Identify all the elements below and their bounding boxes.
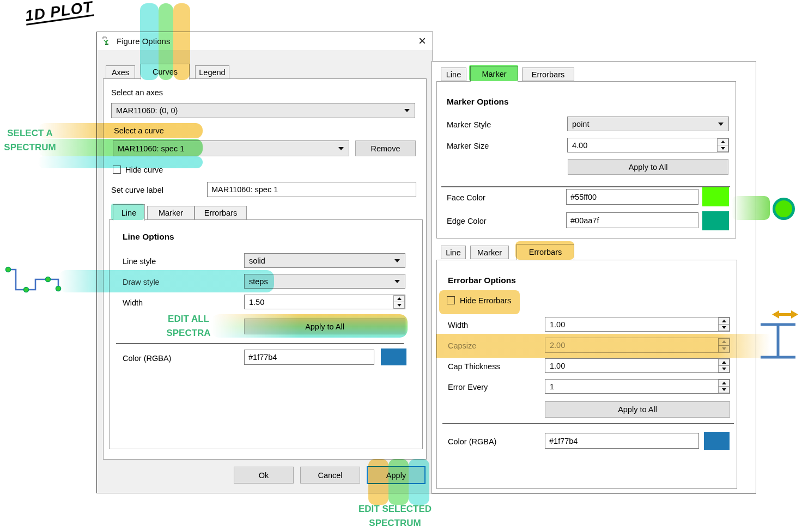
tab-legend[interactable]: Legend [195,65,229,79]
figure-options-dialog: Figure Options × Axes Curves Legend Sele… [96,32,433,493]
capsize-label: Capsize [448,341,476,350]
draw-style-dropdown[interactable]: steps [244,274,405,289]
ok-button[interactable]: Ok [234,467,294,484]
plot-type-annotation: 1D PLOT [24,0,94,25]
apply-button[interactable]: Apply [367,466,426,484]
remove-curve-button[interactable]: Remove [355,140,416,156]
line-style-dropdown[interactable]: solid [244,253,405,268]
line-style-label: Line style [123,257,156,266]
error-every-label: Error Every [448,383,488,392]
divider [441,186,730,187]
marker-style-label: Marker Style [447,120,491,129]
spin-down-icon[interactable] [718,325,730,331]
spin-down-icon[interactable] [717,145,728,152]
spin-up-icon[interactable] [718,359,730,366]
divider [442,423,734,424]
dropdown-arrow-icon [394,280,400,283]
errorbar-options-page: Errorbar Options Hide Errorbars Width 1.… [436,260,737,489]
marker-apply-to-all-button[interactable]: Apply to All [568,159,728,175]
error-every-value: 1 [550,382,554,391]
dropdown-arrow-icon [404,109,410,112]
dropdown-arrow-icon [338,147,344,150]
dialog-title: Figure Options [117,32,170,50]
spin-buttons[interactable] [717,138,728,152]
subtab-errorbars[interactable]: Errorbars [195,206,247,220]
cap-thickness-spinbox[interactable]: 1.00 [545,358,730,373]
marker-style-dropdown[interactable]: point [567,117,729,131]
marker-point-icon [771,196,797,222]
errorbar-panel-tab-line[interactable]: Line [441,246,466,259]
marker-size-spinbox[interactable]: 4.00 [567,138,729,152]
line-width-label: Width [123,298,143,307]
spin-buttons[interactable] [718,317,730,331]
edit-selected-spectrum-annotation: EDIT SELECTED SPECTRUM [351,502,439,530]
cap-thickness-label: Cap Thickness [448,362,500,371]
edge-color-swatch[interactable] [702,211,729,230]
figure-options-icon [101,35,112,46]
spin-up-icon[interactable] [718,380,730,387]
edge-color-input[interactable] [566,212,698,228]
spin-down-icon [718,346,730,353]
cancel-button[interactable]: Cancel [300,467,360,484]
marker-panel-tab-line[interactable]: Line [441,68,466,81]
hide-curve-checkbox[interactable] [113,166,121,174]
subtab-marker[interactable]: Marker [147,206,195,220]
capsize-spinbox: 2.00 [545,338,730,353]
face-color-swatch[interactable] [702,187,729,206]
screenshot-root: 1D PLOT Figure Options × Axes Curves Leg… [0,0,802,532]
marker-options-heading: Marker Options [447,97,509,107]
spin-buttons[interactable] [393,295,405,309]
face-color-input[interactable] [566,189,698,205]
axes-select-dropdown[interactable]: MAR11060: (0, 0) [111,103,415,118]
spin-up-icon [718,338,730,346]
marker-panel-tab-errorbars[interactable]: Errorbars [522,68,574,81]
errorbar-options-heading: Errorbar Options [448,276,516,285]
errorbar-width-label: Width [448,321,468,329]
edge-color-label: Edge Color [447,217,487,225]
steps-drawstyle-icon [3,264,64,297]
select-curve-label: Select a curve [114,126,164,135]
errorbar-panel-tab-marker[interactable]: Marker [470,246,509,259]
select-spectrum-annotation: SELECT A SPECTRUM [0,126,60,155]
errorbar-width-value: 1.00 [550,320,565,329]
line-apply-to-all-button[interactable]: Apply to All [244,319,405,334]
subtab-line[interactable]: Line [113,204,145,221]
line-color-input[interactable] [244,350,374,365]
errorbar-color-input[interactable] [545,433,699,449]
spin-up-icon[interactable] [717,138,728,145]
errorbar-width-spinbox[interactable]: 1.00 [545,317,730,332]
curves-tab-page: Select an axes MAR11060: (0, 0) Select a… [103,78,427,460]
error-every-spinbox[interactable]: 1 [545,379,730,394]
select-axes-label: Select an axes [111,88,163,97]
divider [116,343,404,344]
edit-all-spectra-annotation: EDIT ALL SPECTRA [162,312,215,340]
errorbar-apply-to-all-button[interactable]: Apply to All [545,401,730,418]
spin-buttons[interactable] [718,359,730,372]
spin-up-icon[interactable] [393,295,405,302]
hide-curve-label: Hide curve [125,166,163,174]
cap-thickness-value: 1.00 [550,362,565,370]
tab-curves[interactable]: Curves [141,64,190,80]
line-width-spinbox[interactable]: 1.50 [244,295,405,309]
dialog-titlebar[interactable]: Figure Options × [97,32,433,50]
marker-options-page: Marker Options Marker Style point Marker… [436,81,736,239]
dropdown-arrow-icon [394,259,400,262]
hide-errorbars-checkbox[interactable] [447,296,455,304]
close-icon[interactable]: × [418,33,426,49]
spin-down-icon[interactable] [393,302,405,309]
spin-buttons[interactable] [718,380,730,393]
spin-down-icon[interactable] [718,366,730,372]
curve-label-input[interactable] [207,182,416,197]
dropdown-arrow-icon [718,123,724,126]
errorbar-panel-tab-errorbars[interactable]: Errorbars [517,244,574,260]
curve-select-dropdown[interactable]: MAR11060: spec 1 [113,140,349,156]
spin-down-icon[interactable] [718,387,730,393]
draw-style-label: Draw style [123,278,160,286]
line-color-swatch[interactable] [381,348,406,365]
tab-axes[interactable]: Axes [106,65,135,79]
line-options-page: Line Options Line style solid Draw style… [109,219,423,449]
spin-up-icon[interactable] [718,317,730,325]
errorbar-color-swatch[interactable] [704,432,730,450]
errorbar-color-label: Color (RGBA) [448,437,496,446]
marker-panel-tab-marker[interactable]: Marker [470,66,518,82]
